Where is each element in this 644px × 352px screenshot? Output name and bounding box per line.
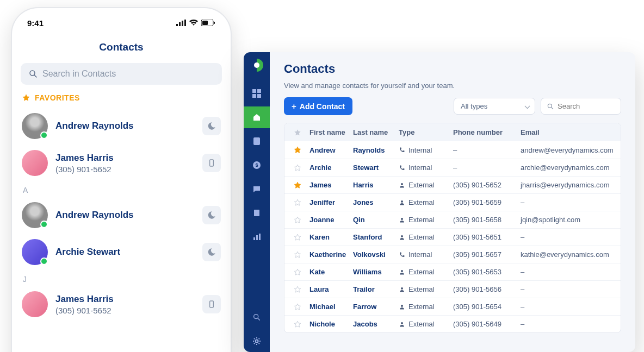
svg-rect-9 [202,21,208,25]
mobile-contact-list: Andrew RaynoldsJames Harris(305) 901-565… [12,108,231,323]
wifi-icon [189,20,198,26]
contact-phone: (305) 901-5652 [55,306,195,315]
table-row[interactable]: Karen Stanford External (305) 901-5651 – [284,228,621,246]
dollar-icon: $ [252,161,261,169]
svg-rect-15 [252,94,256,98]
cell-type: Internal [397,160,451,175]
cell-phone: (305) 901-5654 [451,299,518,315]
contact-row[interactable]: Andrew Raynolds [12,197,231,234]
desktop-search[interactable] [541,98,621,115]
table-row[interactable]: Kate Williams External (305) 901-5653 – [284,263,621,280]
star-icon[interactable] [294,199,301,206]
favorites-label: FAVORITES [35,93,80,102]
contact-row[interactable]: James Harris(305) 901-5652 [12,144,231,181]
star-icon[interactable] [294,181,301,189]
col-last[interactable]: Last name [351,123,397,141]
cell-type: Internal [397,142,451,158]
col-first[interactable]: First name [307,123,351,141]
mobile-phone: 9:41 Contacts FAVORITES Andrew RaynoldsJ… [12,8,231,352]
handset-icon [399,165,405,171]
star-icon[interactable] [294,164,301,172]
star-icon[interactable] [294,320,301,328]
table-row[interactable]: Laura Trailor External (305) 901-5656 – [284,280,621,298]
phone-icon[interactable] [202,154,221,172]
chat-icon [252,185,261,193]
status-icons [176,20,215,26]
table-row[interactable]: Andrew Raynolds Internal – andrew@everyd… [284,141,621,159]
moon-icon[interactable] [202,206,221,224]
star-icon[interactable] [294,286,301,293]
cell-type: External [397,281,451,297]
presence-dot [40,221,48,228]
contact-row[interactable]: Andrew Raynolds [12,108,231,144]
table-header: First name Last name Type Phone number E… [284,123,621,141]
star-icon[interactable] [294,216,301,224]
star-icon[interactable] [294,146,301,154]
table-row[interactable]: Jeniffer Jones External (305) 901-5659 – [284,193,621,211]
table-row[interactable]: Kaetherine Volkovski Internal (305) 901-… [284,246,621,263]
phone-icon[interactable] [202,295,221,313]
cell-email: jqin@spotlight.com [518,212,617,228]
cell-first: Michael [307,299,351,315]
star-icon[interactable] [294,268,301,276]
contact-name: Andrew Raynolds [55,210,195,221]
cell-email: – [518,316,617,332]
col-email[interactable]: Email [518,123,617,141]
cell-phone: (305) 901-5657 [451,247,518,262]
svg-rect-17 [253,137,260,145]
cell-last: Williams [351,264,397,280]
table-row[interactable]: Archie Stewart Internal – archie@everydy… [284,159,621,176]
cell-first: Karen [307,229,351,245]
table-row[interactable]: Michael Farrow External (305) 901-5654 – [284,298,621,315]
user-icon [399,304,405,310]
cell-email: – [518,264,617,280]
sidebar-dashboard[interactable] [244,83,270,104]
sidebar-analytics[interactable] [244,226,270,248]
contact-name: Andrew Raynolds [55,121,195,131]
contact-row[interactable]: Archie Stewart [12,234,231,271]
contact-row[interactable]: James Harris(305) 901-5652 [12,286,231,323]
table-row[interactable]: James Harris External (305) 901-5652 jha… [284,176,621,193]
svg-rect-16 [257,94,261,98]
cell-first: Andrew [307,142,351,158]
contact-icon [252,137,261,146]
add-contact-button[interactable]: Add Contact [284,97,352,115]
sidebar-chat[interactable] [244,178,270,200]
col-type[interactable]: Type [397,123,451,141]
sidebar-settings[interactable] [244,330,270,352]
col-phone[interactable]: Phone number [451,123,518,141]
type-filter[interactable]: All types [454,98,535,115]
presence-dot [40,131,48,139]
cell-email: – [518,281,617,297]
sidebar-docs[interactable] [244,202,270,224]
search-icon [547,103,554,110]
gear-icon [252,337,261,345]
svg-point-24 [256,340,258,343]
contact-name: James Harris [55,294,195,305]
star-icon[interactable] [294,303,301,311]
sidebar-contacts[interactable] [244,130,270,152]
star-icon[interactable] [294,251,301,259]
cell-type: External [397,299,451,315]
mobile-search-input[interactable] [42,69,214,79]
sidebar-home[interactable] [244,106,270,128]
cell-last: Stewart [351,160,397,175]
table-row[interactable]: Joanne Qin External (305) 901-5658 jqin@… [284,211,621,228]
moon-icon[interactable] [202,243,221,261]
sidebar-billing[interactable]: $ [244,154,270,176]
desktop-search-input[interactable] [558,102,615,110]
moon-icon[interactable] [202,117,221,135]
search-icon [28,69,38,79]
page-subtitle: View and manage contacts for yourself an… [284,81,621,90]
avatar [22,150,48,176]
cell-first: Jeniffer [307,194,351,210]
cell-email: andrew@everydynamics.com [518,142,617,158]
table-row[interactable]: Nichole Jacobs External (305) 901-5649 – [284,315,621,332]
cell-phone: (305) 901-5658 [451,212,518,228]
sidebar-search[interactable] [244,306,270,328]
star-icon[interactable] [294,234,301,241]
cell-phone: – [451,142,518,158]
cell-last: Raynolds [351,142,397,158]
cell-last: Farrow [351,299,397,315]
mobile-search[interactable] [21,63,222,85]
